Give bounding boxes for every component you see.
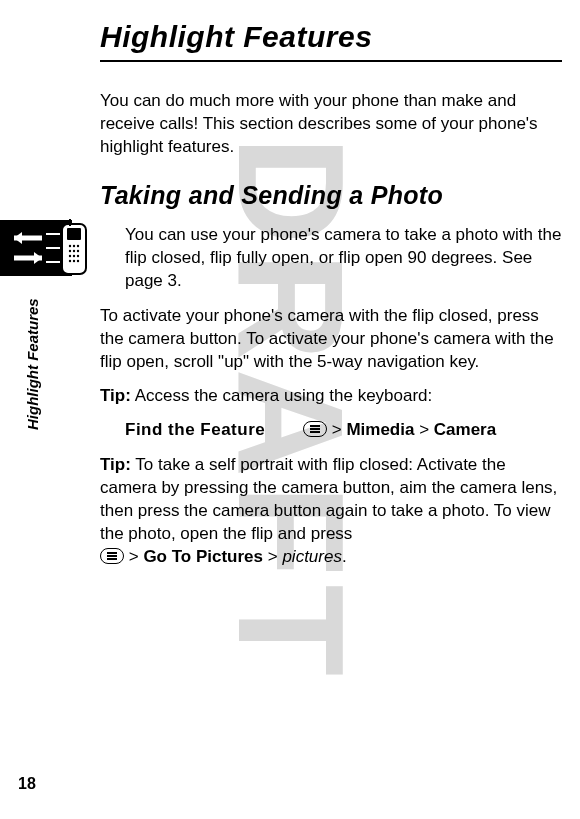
page-number: 18 [18,775,36,793]
page-title: Highlight Features [100,20,562,54]
tip-keyboard: Tip: Access the camera using the keyboar… [100,385,562,408]
tip-text: Access the camera using the keyboard: [131,386,432,405]
svg-point-8 [77,250,79,252]
path-sep: > [414,420,433,439]
period: . [342,547,347,566]
menu-key-icon-2 [100,548,124,564]
svg-point-4 [73,245,75,247]
path-pictures: pictures [282,547,342,566]
tip-selfportrait: Tip: To take a self portrait with flip c… [100,454,562,569]
path-camera: Camera [434,420,496,439]
path-mimedia: Mimedia [346,420,414,439]
svg-point-14 [77,260,79,262]
path-sep: > [327,420,346,439]
title-rule [100,60,562,62]
menu-key-icon [303,421,327,437]
svg-point-13 [73,260,75,262]
svg-point-12 [69,260,71,262]
section-intro: You can use your phone's camera to take … [125,224,562,293]
phone-arrows-icon [0,210,100,290]
svg-point-7 [73,250,75,252]
tip2-text: To take a self portrait with flip closed… [100,455,557,543]
path-gotopictures: Go To Pictures [143,547,263,566]
activate-paragraph: To activate your phone's camera with the… [100,305,562,374]
svg-point-10 [73,255,75,257]
section-heading: Taking and Sending a Photo [100,181,562,210]
svg-point-3 [69,245,71,247]
find-feature-row: Find the Feature > Mimedia > Camera [125,420,562,440]
svg-rect-2 [67,228,81,240]
svg-point-9 [69,255,71,257]
path-sep: > [263,547,282,566]
svg-point-11 [77,255,79,257]
svg-point-5 [77,245,79,247]
tip-label-2: Tip: [100,455,131,474]
path-sep: > [124,547,143,566]
svg-point-6 [69,250,71,252]
find-feature-label: Find the Feature [125,420,265,439]
tip-label: Tip: [100,386,131,405]
intro-paragraph: You can do much more with your phone tha… [100,90,562,159]
